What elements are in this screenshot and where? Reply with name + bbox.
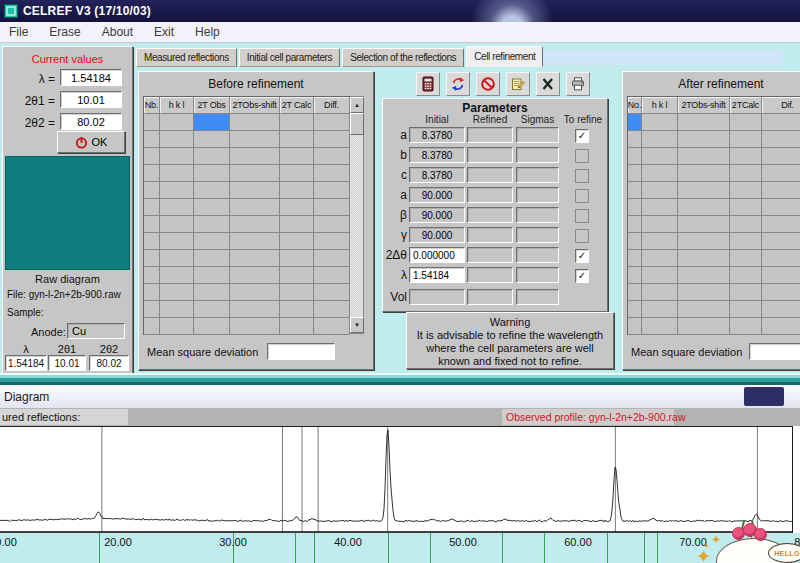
table-cell[interactable] xyxy=(144,267,160,284)
table-cell[interactable] xyxy=(642,182,678,199)
two-theta1-input[interactable] xyxy=(60,91,122,108)
table-cell[interactable] xyxy=(160,216,194,233)
table-cell[interactable] xyxy=(628,148,642,165)
table-cell[interactable] xyxy=(762,250,800,267)
table-cell[interactable] xyxy=(280,148,314,165)
table-cell[interactable] xyxy=(280,182,314,199)
table-cell[interactable] xyxy=(160,148,194,165)
table-cell[interactable] xyxy=(314,165,350,182)
table-cell[interactable] xyxy=(160,318,194,335)
table-cell[interactable] xyxy=(160,284,194,301)
table-cell[interactable] xyxy=(762,233,800,250)
table-cell[interactable] xyxy=(678,233,730,250)
table-cell[interactable] xyxy=(194,267,230,284)
table-cell[interactable] xyxy=(194,250,230,267)
table-cell[interactable] xyxy=(762,216,800,233)
table-cell[interactable] xyxy=(230,165,280,182)
table-cell[interactable] xyxy=(678,199,730,216)
to-refine-checkbox[interactable] xyxy=(575,209,589,223)
table-cell[interactable] xyxy=(280,233,314,250)
diagram-title-bar[interactable]: Diagram xyxy=(0,385,800,408)
table-cell[interactable] xyxy=(642,267,678,284)
table-cell[interactable] xyxy=(730,182,762,199)
table-cell[interactable] xyxy=(314,148,350,165)
table-cell[interactable] xyxy=(280,284,314,301)
table-cell[interactable] xyxy=(730,284,762,301)
table-cell[interactable] xyxy=(642,114,678,131)
table-cell[interactable] xyxy=(628,267,642,284)
table-cell[interactable] xyxy=(762,165,800,182)
table-cell[interactable] xyxy=(230,148,280,165)
menu-item-about[interactable]: About xyxy=(102,25,133,39)
table-cell[interactable] xyxy=(314,284,350,301)
table-cell[interactable] xyxy=(144,250,160,267)
table-cell[interactable] xyxy=(230,131,280,148)
table-cell[interactable] xyxy=(314,199,350,216)
table-cell[interactable] xyxy=(642,148,678,165)
table-cell[interactable] xyxy=(678,182,730,199)
table-cell[interactable] xyxy=(730,165,762,182)
menu-item-file[interactable]: File xyxy=(9,25,28,39)
table-cell[interactable] xyxy=(314,114,350,131)
table-cell[interactable] xyxy=(762,267,800,284)
table-cell[interactable] xyxy=(230,250,280,267)
table-cell[interactable] xyxy=(642,250,678,267)
table-cell[interactable] xyxy=(160,233,194,250)
table-cell[interactable] xyxy=(280,216,314,233)
table-cell[interactable] xyxy=(194,148,230,165)
table-cell[interactable] xyxy=(314,131,350,148)
table-cell[interactable] xyxy=(678,267,730,284)
table-cell[interactable] xyxy=(280,318,314,335)
tab-measured-reflections[interactable]: Measured reflections xyxy=(136,48,237,67)
table-cell[interactable] xyxy=(730,199,762,216)
table-cell[interactable] xyxy=(160,114,194,131)
menu-item-help[interactable]: Help xyxy=(195,25,220,39)
table-cell[interactable] xyxy=(144,182,160,199)
table-cell[interactable] xyxy=(678,318,730,335)
table-cell[interactable] xyxy=(628,199,642,216)
table-cell[interactable] xyxy=(230,318,280,335)
table-cell[interactable] xyxy=(628,114,642,131)
table-cell[interactable] xyxy=(628,131,642,148)
table-cell[interactable] xyxy=(762,318,800,335)
table-cell[interactable] xyxy=(144,233,160,250)
table-cell[interactable] xyxy=(144,284,160,301)
table-cell[interactable] xyxy=(144,199,160,216)
param-field[interactable] xyxy=(409,267,465,283)
table-cell[interactable] xyxy=(628,165,642,182)
table-cell[interactable] xyxy=(678,165,730,182)
table-cell[interactable] xyxy=(144,165,160,182)
table-cell[interactable] xyxy=(730,148,762,165)
table-cell[interactable] xyxy=(144,114,160,131)
table-cell[interactable] xyxy=(642,301,678,318)
anode-input[interactable] xyxy=(67,323,125,339)
table-cell[interactable] xyxy=(230,182,280,199)
table-cell[interactable] xyxy=(144,131,160,148)
table-cell[interactable] xyxy=(730,233,762,250)
after-mean-square-input[interactable] xyxy=(749,343,800,360)
table-cell[interactable] xyxy=(230,233,280,250)
table-cell[interactable] xyxy=(144,301,160,318)
to-refine-checkbox[interactable] xyxy=(575,169,589,183)
table-cell[interactable] xyxy=(730,250,762,267)
tab-initial-cell-parameters[interactable]: Initial cell parameters xyxy=(239,48,340,67)
table-cell[interactable] xyxy=(314,318,350,335)
vertical-scrollbar[interactable]: ▲▼ xyxy=(350,96,364,334)
table-cell[interactable] xyxy=(144,148,160,165)
table-cell[interactable] xyxy=(642,216,678,233)
table-cell[interactable] xyxy=(642,199,678,216)
table-cell[interactable] xyxy=(730,131,762,148)
to-refine-checkbox[interactable] xyxy=(575,189,589,203)
table-cell[interactable] xyxy=(730,301,762,318)
table-cell[interactable] xyxy=(160,182,194,199)
table-cell[interactable] xyxy=(730,216,762,233)
table-cell[interactable] xyxy=(730,114,762,131)
table-cell[interactable] xyxy=(730,318,762,335)
table-cell[interactable] xyxy=(642,318,678,335)
table-cell[interactable] xyxy=(194,318,230,335)
to-refine-checkbox[interactable] xyxy=(575,149,589,163)
table-cell[interactable] xyxy=(194,216,230,233)
table-cell[interactable] xyxy=(628,318,642,335)
table-cell[interactable] xyxy=(194,131,230,148)
menu-item-erase[interactable]: Erase xyxy=(49,25,80,39)
